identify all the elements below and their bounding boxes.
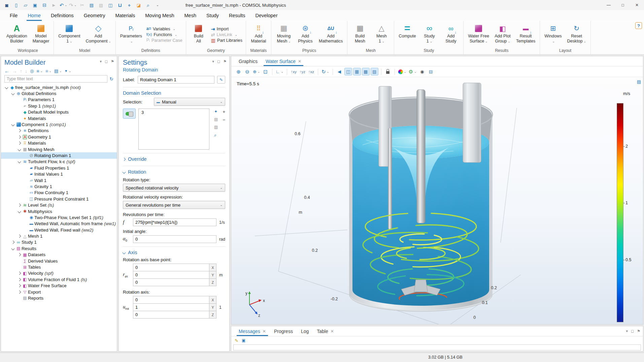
windows-button[interactable]: ⊞Windows⌄ [542, 22, 564, 48]
domain-selection-header[interactable]: Domain Selection [123, 87, 225, 96]
show-button[interactable]: ◎ [30, 69, 34, 73]
ribbon-tab-developer[interactable]: Developer [250, 10, 282, 21]
selection-dropdown[interactable]: ▬ Manual ⌄ [154, 98, 225, 106]
tree-node-component-1[interactable]: Component 1(comp1) [1, 121, 117, 127]
import-button[interactable]: ⇥Import [211, 27, 242, 31]
environment-button[interactable]: ◫ [344, 68, 352, 76]
revolutions-input[interactable] [133, 218, 216, 226]
color-theme-button[interactable]: ⌄ [398, 68, 407, 76]
livelink-button[interactable]: ⇄LiveLink⌄ [211, 32, 242, 37]
expand-all-button[interactable]: ≡⌄ [36, 69, 42, 73]
view-xy-button[interactable]: ↑xy [290, 68, 298, 76]
save-button[interactable]: ▣ [31, 1, 39, 9]
run-button[interactable]: ▶ [50, 1, 58, 9]
initial-angle-input[interactable] [133, 235, 216, 243]
tree-node-mesh-1[interactable]: △Mesh 1 [1, 233, 117, 239]
parameters-button[interactable]: PᵢParameters⌄ [118, 22, 144, 48]
filter-button[interactable]: ▼⌄ [64, 69, 71, 73]
expand-chevron-icon[interactable] [18, 290, 21, 294]
vector-component-input[interactable] [133, 311, 209, 319]
close-tab-icon[interactable]: ✕ [298, 59, 301, 64]
tree-table-button[interactable]: ▤⌄ [54, 69, 62, 73]
display-button[interactable]: ▣ [242, 338, 245, 342]
rve-dropdown[interactable]: General revolutions per time⌄ [123, 201, 225, 209]
tree-node-wall-1[interactable]: ▱Wall 1 [1, 177, 117, 183]
tree-node-volume-fraction-of-fluid-1[interactable]: ◧Volume Fraction of Fluid 1(ls) [1, 276, 117, 282]
tree-node-wetted-wall-automatic-from-frame[interactable]: ▬Wetted Wall, Automatic from frame(ww1) [1, 221, 117, 227]
zoom-in-button[interactable]: ⊕ [235, 68, 242, 76]
tree-node-geometry-1[interactable]: AGeometry 1 [1, 134, 117, 140]
expand-chevron-icon[interactable] [18, 284, 21, 288]
tree-node-reports[interactable]: ▤Reports [1, 295, 117, 301]
tree-node-rotating-domain-1[interactable]: ⊘Rotating Domain 1 [1, 152, 117, 158]
back-button[interactable]: ← [4, 68, 9, 73]
ribbon-tab-moving-mesh[interactable]: Moving Mesh [140, 10, 179, 21]
graphics-tab-graphics[interactable]: Graphics [235, 56, 262, 66]
domain-selection-list[interactable]: 3 [138, 109, 209, 150]
rotation-section-header[interactable]: Rotation [123, 166, 225, 175]
messages-tab-log[interactable]: Log [297, 326, 313, 336]
build-mesh-button[interactable]: ▦BuildMesh [349, 22, 370, 48]
add-study-button[interactable]: ∞↓AddStudy [440, 22, 461, 48]
zoom-selection-icon[interactable]: ⌕ [214, 132, 218, 138]
water-free-surface-button[interactable]: Water FreeSurface⌄ [466, 22, 492, 48]
collapse-chevron-icon[interactable] [11, 92, 14, 95]
panel-pin-icon[interactable]: ⚑ [111, 59, 114, 64]
add-physics-button[interactable]: ⊛↓AddPhysics [295, 22, 316, 48]
snapshot-button[interactable]: ◉ [418, 68, 426, 76]
selected-domain-item[interactable]: 3 [141, 110, 206, 115]
expand-chevron-icon[interactable] [18, 204, 21, 207]
tree-node-multiphysics[interactable]: ✱Multiphysics [1, 208, 117, 214]
messages-tab-table[interactable]: Table✕ [313, 326, 338, 336]
build-all-button[interactable]: BuildAll [188, 22, 209, 48]
messages-content[interactable] [233, 344, 641, 351]
undo-button[interactable]: ↶⌄ [59, 1, 67, 9]
tree-node-turbulent-flow-k[interactable]: ≋Turbulent Flow, k-ε(spf) [1, 159, 117, 165]
functions-button[interactable]: f(x)Functions⌄ [146, 32, 182, 37]
help-icon[interactable]: ? [635, 22, 642, 29]
refresh-icon[interactable]: ↻ [109, 76, 113, 82]
tree-node-tables[interactable]: ⊞Tables [1, 264, 117, 270]
tree-node-moving-mesh[interactable]: ▦Moving Mesh [1, 146, 117, 152]
panel-collapse-icon[interactable]: ▾ [212, 59, 214, 64]
save-search-button[interactable]: ⊟ [40, 1, 48, 9]
tree-node-default-model-inputs[interactable]: ◆Default Model Inputs [1, 109, 117, 115]
graphics-tab-water-surface[interactable]: Water Surface✕ [262, 56, 305, 66]
axis-section-header[interactable]: Axis [123, 247, 225, 256]
collapse-chevron-icon[interactable] [11, 247, 14, 250]
part-libraries-button[interactable]: ▥Part Libraries [211, 38, 242, 43]
paste-selection-icon[interactable]: ▧ [214, 125, 218, 129]
comsol-logo-button[interactable]: ◙ [3, 1, 11, 9]
zoom-out-button[interactable]: ⊖ [243, 68, 251, 76]
tree-node-initial-values-1[interactable]: ▰Initial Values 1 [1, 171, 117, 177]
rotation-type-dropdown[interactable]: Specified rotational velocity⌄ [123, 184, 225, 192]
forward-button[interactable]: → [12, 68, 17, 73]
component-button[interactable]: Component1⌄ [56, 22, 82, 48]
override-section-header[interactable]: Override [123, 153, 225, 162]
tree-node-export[interactable]: ▽Export [1, 289, 117, 295]
label-input[interactable] [138, 76, 214, 84]
add-selection-icon[interactable]: + [223, 109, 225, 114]
compute-button[interactable]: =Compute [396, 22, 418, 48]
default-view-button[interactable]: ∟⌄ [275, 68, 284, 76]
panel-collapse-icon[interactable]: ▾ [626, 329, 628, 333]
ribbon-tab-geometry[interactable]: Geometry [79, 10, 110, 21]
tree-node-flow-continuity-1[interactable]: ▭Flow Continuity 1 [1, 190, 117, 196]
tree-node-free-surface-mixer-ls-mph[interactable]: ◆free_surface_mixer_ls.mph(root) [1, 84, 117, 90]
tree-node-materials[interactable]: ⠿Materials [1, 140, 117, 146]
tree-node-pressure-point-constraint-1[interactable]: ◫Pressure Point Constraint 1 [1, 196, 117, 202]
variables-button[interactable]: a=Variables⌄ [146, 27, 182, 31]
ribbon-tab-results[interactable]: Results [224, 10, 250, 21]
plot-tools-icon[interactable]: ▤ [637, 79, 641, 84]
study-button[interactable]: ∞Study1⌄ [419, 22, 440, 48]
panel-float-icon[interactable]: ◻ [105, 59, 108, 64]
tree-node-materials[interactable]: ●Materials [1, 115, 117, 121]
selection-color-button[interactable]: ▨ [371, 68, 378, 76]
vector-component-input[interactable] [133, 264, 209, 271]
pen-button[interactable]: ✎ [235, 338, 238, 343]
expand-chevron-icon[interactable] [18, 135, 21, 139]
panel-float-icon[interactable]: ◻ [217, 59, 220, 64]
tree-node-fluid-properties-1[interactable]: ▰Fluid Properties 1 [1, 165, 117, 171]
expand-chevron-icon[interactable] [18, 278, 21, 281]
redo-button[interactable]: ↷⌄ [69, 1, 77, 9]
